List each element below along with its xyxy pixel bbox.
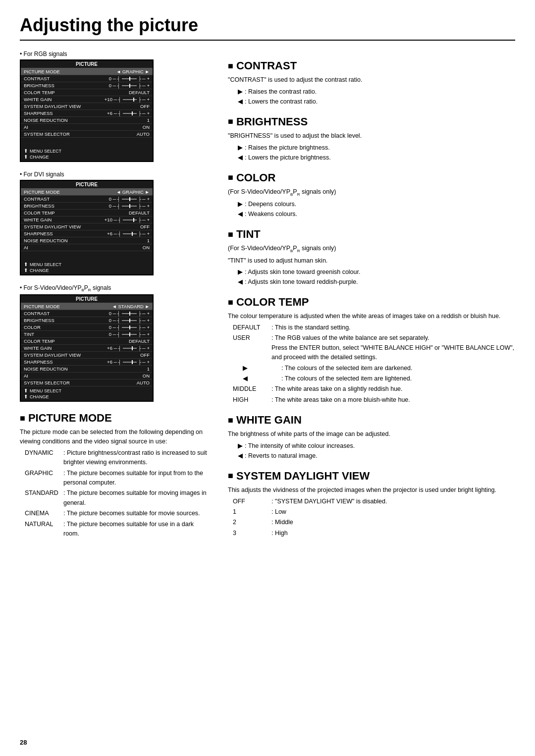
menu-row: CONTRAST 0 ─┤├─ + bbox=[21, 196, 153, 203]
menu-row: SYSTEM SELECTOR AUTO bbox=[21, 379, 153, 386]
color-temp-section: COLOR TEMP The colour temperature is adj… bbox=[228, 296, 515, 405]
menu-row: COLOR TEMP DEFAULT bbox=[21, 210, 153, 216]
svideo-menu-box: PICTURE PICTURE MODE ◄ STANDARD ► CONTRA… bbox=[20, 294, 154, 402]
menu-row: SYSTEM DAYLIGHT VIEW OFF bbox=[21, 103, 153, 110]
menu-row: NOISE REDUCTION 1 bbox=[21, 237, 153, 244]
menu-row: SHARPNESS +6 ─┤├─ + bbox=[21, 230, 153, 237]
list-item: : Lowers the picture brightness. bbox=[238, 153, 515, 162]
system-daylight-items: OFF : "SYSTEM DAYLIGHT VIEW" is disabled… bbox=[233, 497, 515, 539]
picture-mode-heading: PICTURE MODE bbox=[20, 412, 208, 425]
color-section: COLOR (For S-Video/Video/YPBPR signals o… bbox=[228, 171, 515, 219]
dvi-menu-title: PICTURE bbox=[21, 181, 153, 189]
tint-body: (For S-Video/Video/YPBPR signals only) bbox=[228, 244, 515, 254]
menu-row: PICTURE MODE ◄ STANDARD ► bbox=[21, 303, 153, 310]
menu-row: BRIGHTNESS 0 ─┤├─ + bbox=[21, 82, 153, 89]
menu-row: COLOR 0 ─┤├─ + bbox=[21, 324, 153, 331]
color-items: : Deepens colours. : Weakens colours. bbox=[238, 199, 515, 219]
list-item: HIGH : The white areas take on a more bl… bbox=[233, 395, 515, 405]
color-temp-defs: DEFAULT : This is the standard setting. … bbox=[233, 323, 515, 405]
list-item: 1 : Low bbox=[233, 507, 515, 517]
list-item: DYNAMIC : Picture brightness/contrast ra… bbox=[25, 448, 208, 468]
list-item: : Raises the picture brightness. bbox=[238, 143, 515, 153]
contrast-section: CONTRAST "CONTRAST" is used to adjust th… bbox=[228, 59, 515, 107]
rgb-signal-section: • For RGB signals PICTURE PICTURE MODE ◄… bbox=[20, 51, 208, 162]
brightness-body: "BRIGHTNESS" is used to adjust the black… bbox=[228, 131, 515, 141]
menu-row: SHARPNESS +6 ─┤├─ + bbox=[21, 359, 153, 366]
menu-row: SYSTEM SELECTOR AUTO bbox=[21, 131, 153, 138]
rgb-menu-box: PICTURE PICTURE MODE ◄ GRAPHIC ► CONTRAS… bbox=[20, 59, 154, 162]
menu-row: CONTRAST 0 ─┤├─ + bbox=[21, 310, 153, 317]
menu-row: COLOR TEMP DEFAULT bbox=[21, 89, 153, 96]
list-item: DEFAULT : This is the standard setting. bbox=[233, 323, 515, 332]
rgb-menu-footer: ⬆ MENU SELECT ⬆ CHANGE bbox=[21, 147, 153, 161]
picture-mode-intro: The picture mode can be selected from th… bbox=[20, 428, 208, 446]
white-gain-section: WHITE GAIN The brightness of white parts… bbox=[228, 414, 515, 461]
list-item: 2 : Middle bbox=[233, 518, 515, 527]
white-gain-items: : The intensity of white colour increase… bbox=[238, 441, 515, 461]
system-daylight-heading: SYSTEM DAYLIGHT VIEW bbox=[228, 470, 515, 483]
menu-row: WHITE GAIN +6 ─┤├─ + bbox=[21, 345, 153, 352]
svideo-menu-title: PICTURE bbox=[21, 295, 153, 303]
tint-body2: "TINT" is used to adjust human skin. bbox=[228, 256, 515, 266]
brightness-heading: BRIGHTNESS bbox=[228, 115, 515, 128]
svideo-signal-section: • For S-Video/Video/YPBPR signals PICTUR… bbox=[20, 284, 208, 402]
color-temp-heading: COLOR TEMP bbox=[228, 296, 515, 309]
color-temp-body: The colour temperature is adjusted when … bbox=[228, 312, 515, 321]
menu-row: CONTRAST 0 ─┤├─ + bbox=[21, 75, 153, 82]
tint-heading: TINT bbox=[228, 228, 515, 241]
menu-row: AI ON bbox=[21, 244, 153, 251]
list-item: ▶ : The colours of the selected item are… bbox=[243, 364, 515, 373]
svideo-signal-label: • For S-Video/Video/YPBPR signals bbox=[20, 284, 208, 292]
dvi-menu-footer: ⬆ MENU SELECT ⬆ CHANGE bbox=[21, 260, 153, 274]
menu-row: NOISE REDUCTION 1 bbox=[21, 117, 153, 124]
system-daylight-section: SYSTEM DAYLIGHT VIEW This adjusts the vi… bbox=[228, 470, 515, 538]
menu-row: BRIGHTNESS 0 ─┤├─ + bbox=[21, 203, 153, 210]
svideo-menu-footer: ⬆ MENU SELECT ⬆ CHANGE bbox=[21, 386, 153, 401]
color-body: (For S-Video/Video/YPBPR signals only) bbox=[228, 187, 515, 198]
list-item: : Adjusts skin tone toward reddish-purpl… bbox=[238, 277, 515, 287]
list-item: : Reverts to natural image. bbox=[238, 451, 515, 461]
list-item: : Weakens colours. bbox=[238, 209, 515, 219]
list-item: OFF : "SYSTEM DAYLIGHT VIEW" is disabled… bbox=[233, 497, 515, 506]
menu-row: PICTURE MODE ◄ GRAPHIC ► bbox=[21, 68, 153, 75]
list-item: : Adjusts skin tone toward greenish colo… bbox=[238, 267, 515, 277]
color-heading: COLOR bbox=[228, 171, 515, 184]
menu-row: NOISE REDUCTION 1 bbox=[21, 366, 153, 373]
tint-section: TINT (For S-Video/Video/YPBPR signals on… bbox=[228, 228, 515, 287]
right-column: CONTRAST "CONTRAST" is used to adjust th… bbox=[228, 51, 515, 540]
menu-row: WHITE GAIN +10 ─┤├─ + bbox=[21, 96, 153, 103]
menu-row: AI ON bbox=[21, 373, 153, 379]
list-item: MIDDLE : The white areas take on a sligh… bbox=[233, 384, 515, 394]
list-item: ◀ : The colours of the selected item are… bbox=[243, 374, 515, 383]
brightness-section: BRIGHTNESS "BRIGHTNESS" is used to adjus… bbox=[228, 115, 515, 162]
menu-row: AI ON bbox=[21, 124, 153, 131]
contrast-body: "CONTRAST" is used to adjust the contras… bbox=[228, 75, 515, 85]
list-item: USER : The RGB values of the white balan… bbox=[233, 333, 515, 362]
dvi-signal-section: • For DVI signals PICTURE PICTURE MODE ◄… bbox=[20, 171, 208, 275]
picture-mode-defs: DYNAMIC : Picture brightness/contrast ra… bbox=[25, 448, 208, 539]
dvi-menu-box: PICTURE PICTURE MODE ◄ GRAPHIC ► CONTRAS… bbox=[20, 180, 154, 275]
menu-row: WHITE GAIN +10 ─┤├─ + bbox=[21, 216, 153, 223]
contrast-heading: CONTRAST bbox=[228, 59, 515, 72]
rgb-signal-label: • For RGB signals bbox=[20, 51, 208, 57]
system-daylight-body: This adjusts the vividness of the projec… bbox=[228, 486, 515, 495]
menu-row: SYSTEM DAYLIGHT VIEW OFF bbox=[21, 352, 153, 359]
page-title: Adjusting the picture bbox=[20, 15, 515, 41]
list-item: CINEMA : The picture becomes suitable fo… bbox=[25, 509, 208, 518]
brightness-items: : Raises the picture brightness. : Lower… bbox=[238, 143, 515, 162]
list-item: : Raises the contrast ratio. bbox=[238, 87, 515, 97]
dvi-signal-label: • For DVI signals bbox=[20, 171, 208, 178]
tint-items: : Adjusts skin tone toward greenish colo… bbox=[238, 267, 515, 287]
picture-mode-section: PICTURE MODE The picture mode can be sel… bbox=[20, 412, 208, 539]
menu-row: TINT 0 ─┤├─ + bbox=[21, 331, 153, 338]
list-item: 3 : High bbox=[233, 529, 515, 538]
left-column: • For RGB signals PICTURE PICTURE MODE ◄… bbox=[20, 51, 208, 540]
contrast-items: : Raises the contrast ratio. : Lowers th… bbox=[238, 87, 515, 107]
white-gain-heading: WHITE GAIN bbox=[228, 414, 515, 427]
menu-row: SHARPNESS +6 ─┤├─ + bbox=[21, 110, 153, 117]
list-item: : Deepens colours. bbox=[238, 199, 515, 209]
list-item: NATURAL : The picture becomes suitable f… bbox=[25, 520, 208, 539]
rgb-menu-title: PICTURE bbox=[21, 60, 153, 68]
list-item: : The intensity of white colour increase… bbox=[238, 441, 515, 451]
list-item: GRAPHIC : The picture becomes suitable f… bbox=[25, 469, 208, 488]
